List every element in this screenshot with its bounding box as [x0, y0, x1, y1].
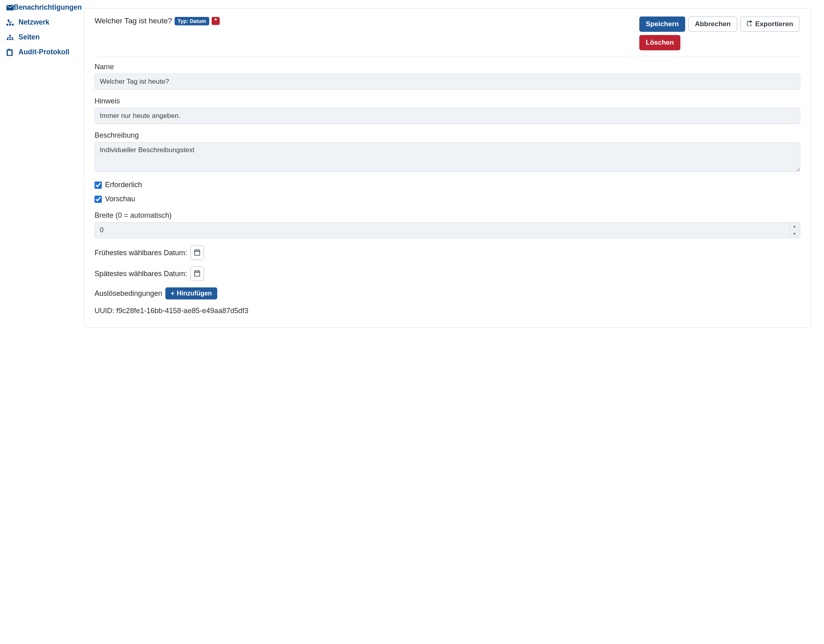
type-badge: Typ: Datum — [175, 17, 210, 25]
description-label: Beschreibung — [95, 131, 800, 140]
network-icon — [6, 19, 19, 26]
calendar-icon — [194, 270, 200, 278]
svg-point-1 — [7, 38, 9, 40]
uuid-value: f9c28fe1-16bb-4158-ae85-e49aa87d5df3 — [116, 307, 248, 315]
calendar-icon — [194, 249, 200, 257]
svg-point-0 — [9, 35, 11, 37]
hint-input[interactable] — [95, 108, 800, 124]
clipboard-icon — [6, 49, 19, 56]
latest-date-label: Spätestes wählbares Datum: — [95, 270, 187, 278]
form-panel: Welcher Tag ist heute? Typ: Datum * Spei… — [84, 8, 811, 328]
preview-checkbox[interactable] — [95, 196, 102, 203]
required-checkbox-label: Erforderlich — [105, 181, 142, 189]
export-icon — [747, 20, 753, 28]
width-label: Breite (0 = automatisch) — [95, 211, 800, 220]
width-input[interactable] — [95, 223, 789, 238]
envelope-icon — [6, 5, 14, 10]
triggers-label: Auslösebedingungen — [95, 289, 162, 298]
save-button[interactable]: Speichern — [639, 17, 685, 32]
sidebar-item-network[interactable]: Netzwerk — [6, 15, 80, 30]
sidebar-item-label: Audit-Protokoll — [19, 48, 69, 56]
sidebar-item-label: Seiten — [19, 33, 40, 41]
width-step-up[interactable]: ▲ — [789, 223, 800, 231]
page-title: Welcher Tag ist heute? — [95, 17, 172, 25]
sidebar-item-audit[interactable]: Audit-Protokoll — [6, 45, 80, 60]
delete-button[interactable]: Löschen — [639, 35, 680, 50]
export-button[interactable]: Exportieren — [740, 17, 799, 32]
name-label: Name — [95, 63, 800, 71]
required-indicator: * — [212, 17, 220, 25]
sitemap-icon — [6, 34, 19, 41]
uuid-label: UUID: — [95, 307, 116, 315]
earliest-date-picker-button[interactable] — [190, 246, 204, 260]
sidebar-item-notifications[interactable]: Benachrichtigungen — [6, 0, 80, 15]
sidebar-item-pages[interactable]: Seiten — [6, 30, 80, 45]
earliest-date-label: Frühestes wählbares Datum: — [95, 249, 187, 257]
sidebar-item-label: Netzwerk — [19, 18, 49, 27]
divider — [95, 56, 800, 56]
preview-checkbox-label: Vorschau — [105, 195, 135, 203]
description-textarea[interactable]: <span></span> — [95, 142, 800, 172]
svg-point-3 — [12, 38, 14, 40]
svg-point-2 — [9, 38, 11, 40]
width-step-down[interactable]: ▼ — [789, 231, 800, 238]
add-trigger-label: Hinzufügen — [177, 290, 212, 297]
latest-date-picker-button[interactable] — [190, 266, 204, 281]
export-button-label: Exportieren — [755, 20, 793, 28]
sidebar-item-label: Benachrichtigungen — [14, 3, 82, 12]
add-trigger-button[interactable]: + Hinzufügen — [165, 287, 217, 299]
width-stepper: ▲ ▼ — [95, 222, 800, 238]
plus-icon: + — [171, 290, 174, 297]
name-input[interactable] — [95, 74, 800, 90]
required-checkbox[interactable] — [95, 182, 102, 189]
hint-label: Hinweis — [95, 97, 800, 105]
cancel-button[interactable]: Abbrechen — [688, 17, 737, 32]
